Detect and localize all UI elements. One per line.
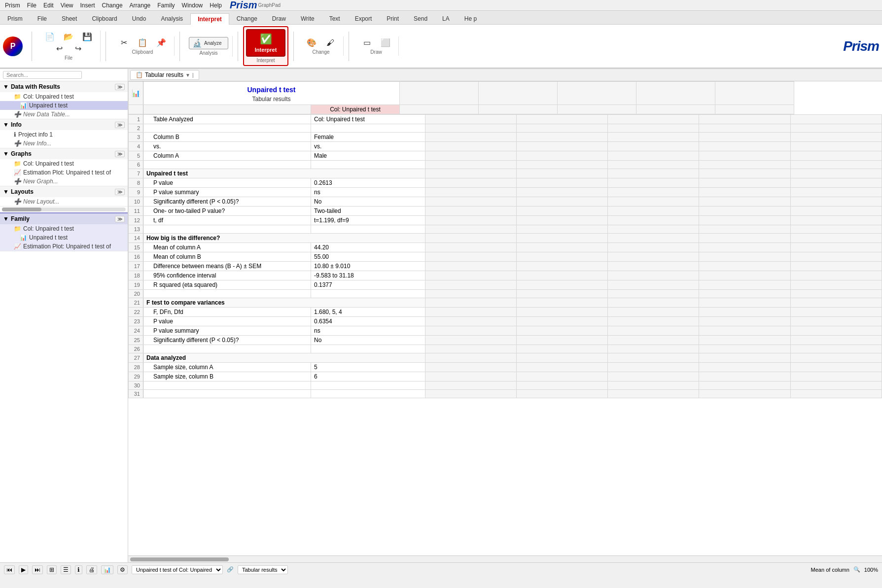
row-label-6[interactable] — [143, 161, 311, 169]
sheet-tab-add[interactable]: | — [192, 72, 194, 78]
row-label-5[interactable]: Column A — [143, 151, 311, 161]
btn-cut[interactable]: ✂ — [115, 37, 133, 48]
row-label-27[interactable]: Data analyzed — [143, 353, 425, 363]
sidebar-item-new-info[interactable]: ➕ New Info... — [0, 139, 128, 148]
row-value-8[interactable]: 0.2613 — [311, 178, 425, 188]
row-label-25[interactable]: Significantly different (P < 0.05)? — [143, 336, 311, 345]
tab-change[interactable]: Change — [229, 13, 265, 24]
sidebar-item-col-unpaired[interactable]: 📁 Col: Unpaired t test — [0, 92, 128, 101]
sidebar-item-new-layout[interactable]: ➕ New Layout... — [0, 197, 128, 206]
tab-sheet[interactable]: Sheet — [54, 13, 84, 24]
section-all-btn-graphs[interactable]: ≫ — [115, 151, 125, 157]
row-label-10[interactable]: Significantly different (P < 0.05)? — [143, 197, 311, 207]
btn-draw1[interactable]: ▭ — [358, 37, 376, 48]
row-label-12[interactable]: t, df — [143, 216, 311, 225]
sidebar-item-estimation-plot[interactable]: 📈 Estimation Plot: Unpaired t test of — [0, 168, 128, 177]
row-label-8[interactable]: P value — [143, 178, 311, 188]
row-value-12[interactable]: t=1.199, df=9 — [311, 216, 425, 225]
row-label-13[interactable] — [143, 225, 311, 234]
row-value-29[interactable]: 6 — [311, 372, 425, 381]
analyze-btn[interactable]: 🔬 Analyze — [189, 37, 228, 49]
row-value-2[interactable] — [311, 124, 425, 133]
row-label-17[interactable]: Difference between means (B - A) ± SEM — [143, 262, 311, 271]
row-value-13[interactable] — [311, 225, 425, 234]
value-col-header[interactable]: Col: Unpaired t test — [311, 105, 400, 114]
sidebar-item-fam-col-unpaired[interactable]: 📁 Col: Unpaired t test — [0, 224, 128, 233]
row-label-18[interactable]: 95% confidence interval — [143, 271, 311, 280]
section-all-btn-data[interactable]: ≫ — [115, 84, 125, 90]
btn-redo-tool[interactable]: ↪ — [69, 43, 87, 54]
row-label-28[interactable]: Sample size, column A — [143, 363, 311, 372]
row-label-30[interactable] — [143, 381, 311, 390]
sidebar-item-col-unpaired-graph[interactable]: 📁 Col: Unpaired t test — [0, 159, 128, 168]
menu-arrange[interactable]: Arrange — [127, 1, 154, 10]
section-all-btn-info[interactable]: ≫ — [115, 122, 125, 128]
tab-print[interactable]: Print — [379, 13, 406, 24]
row-label-23[interactable]: P value — [143, 317, 311, 326]
row-label-29[interactable]: Sample size, column B — [143, 372, 311, 381]
row-label-15[interactable]: Mean of column A — [143, 243, 311, 252]
row-value-15[interactable]: 44.20 — [311, 243, 425, 252]
row-value-10[interactable]: No — [311, 197, 425, 207]
row-value-16[interactable]: 55.00 — [311, 252, 425, 262]
btn-paste[interactable]: 📌 — [152, 37, 170, 48]
sidebar-h-scroll[interactable] — [2, 208, 126, 211]
section-all-btn-family[interactable]: ≫ — [115, 216, 125, 222]
row-label-11[interactable]: One- or two-tailed P value? — [143, 207, 311, 216]
row-value-24[interactable]: ns — [311, 326, 425, 336]
tab-text[interactable]: Text — [322, 13, 348, 24]
menu-change[interactable]: Change — [99, 1, 126, 10]
sidebar-item-new-data-table[interactable]: ➕ New Data Table... — [0, 110, 128, 119]
row-value-18[interactable]: -9.583 to 31.18 — [311, 271, 425, 280]
menu-edit[interactable]: Edit — [40, 1, 57, 10]
h-scroll-thumb[interactable] — [130, 557, 229, 561]
table-container[interactable]: 📊 Unpaired t test Tabular results Col — [128, 81, 882, 555]
row-value-30[interactable] — [311, 381, 425, 390]
row-label-1[interactable]: Table Analyzed — [143, 115, 311, 124]
menu-help[interactable]: Help — [207, 1, 225, 10]
row-value-1[interactable]: Col: Unpaired t test — [311, 115, 425, 124]
section-header-info[interactable]: ▼ Info ≫ — [0, 119, 128, 130]
view-select[interactable]: Tabular results — [238, 565, 288, 574]
search-input[interactable] — [3, 71, 82, 79]
sidebar-item-new-graph[interactable]: ➕ New Graph... — [0, 177, 128, 186]
tab-send[interactable]: Send — [406, 13, 435, 24]
row-value-6[interactable] — [311, 161, 425, 169]
nav-settings[interactable]: ⚙ — [117, 565, 128, 574]
interpret-btn[interactable]: ✅ Interpret — [246, 29, 285, 57]
nav-info[interactable]: ℹ — [75, 565, 82, 574]
row-label-20[interactable] — [143, 290, 311, 298]
menu-window[interactable]: Window — [179, 1, 206, 10]
row-value-31[interactable] — [311, 390, 425, 398]
nav-chart[interactable]: 📊 — [101, 565, 113, 574]
btn-open[interactable]: 📂 — [60, 32, 77, 42]
row-value-26[interactable] — [311, 345, 425, 353]
tab-analysis[interactable]: Analysis — [153, 13, 190, 24]
row-label-4[interactable]: vs. — [143, 142, 311, 151]
tab-la[interactable]: LA — [435, 13, 457, 24]
tab-export[interactable]: Export — [348, 13, 380, 24]
row-label-9[interactable]: P value summary — [143, 188, 311, 197]
section-header-family[interactable]: ▼ Family ≫ — [0, 213, 128, 224]
row-value-17[interactable]: 10.80 ± 9.010 — [311, 262, 425, 271]
row-label-26[interactable] — [143, 345, 311, 353]
menu-file[interactable]: File — [24, 1, 39, 10]
btn-new[interactable]: 📄 — [41, 32, 59, 42]
row-value-20[interactable] — [311, 290, 425, 298]
section-all-btn-layouts[interactable]: ≫ — [115, 189, 125, 195]
btn-draw2[interactable]: ⬜ — [377, 37, 394, 48]
row-value-5[interactable]: Male — [311, 151, 425, 161]
nav-prev[interactable]: ▶ — [19, 565, 28, 574]
row-value-11[interactable]: Two-tailed — [311, 207, 425, 216]
row-label-21[interactable]: F test to compare variances — [143, 298, 425, 308]
row-value-19[interactable]: 0.1377 — [311, 280, 425, 290]
nav-next-next[interactable]: ⏭ — [32, 565, 43, 574]
tab-draw[interactable]: Draw — [265, 13, 293, 24]
sheet-tab-dropdown[interactable]: ▼ — [185, 72, 190, 78]
row-value-28[interactable]: 5 — [311, 363, 425, 372]
section-header-layouts[interactable]: ▼ Layouts ≫ — [0, 186, 128, 197]
tab-write[interactable]: Write — [293, 13, 322, 24]
row-label-24[interactable]: P value summary — [143, 326, 311, 336]
sidebar-item-unpaired-t-test[interactable]: 📊 Unpaired t test — [0, 101, 128, 110]
section-header-graphs[interactable]: ▼ Graphs ≫ — [0, 148, 128, 159]
